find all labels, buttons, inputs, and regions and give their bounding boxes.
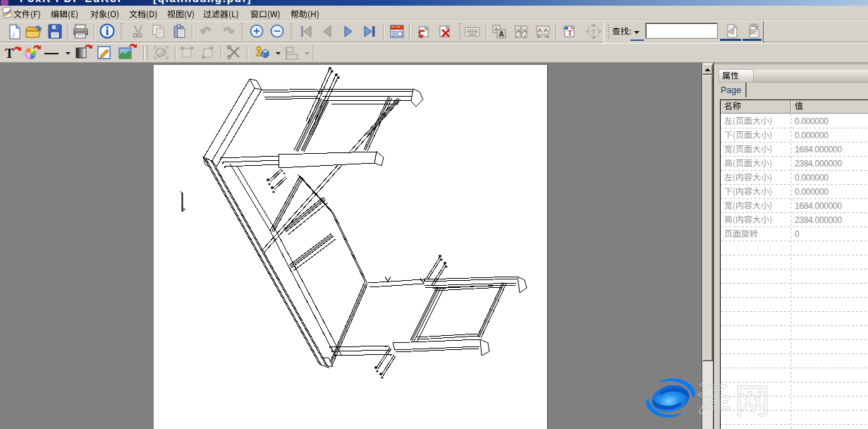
svg-text:T: T — [592, 28, 597, 36]
svg-text:T: T — [5, 46, 14, 61]
svg-text:A: A — [499, 30, 504, 38]
svg-text:A: A — [522, 28, 527, 35]
svg-text:A: A — [516, 28, 520, 35]
svg-text:A: A — [538, 27, 542, 34]
svg-text:T: T — [568, 29, 573, 37]
svg-text:A: A — [544, 27, 548, 34]
